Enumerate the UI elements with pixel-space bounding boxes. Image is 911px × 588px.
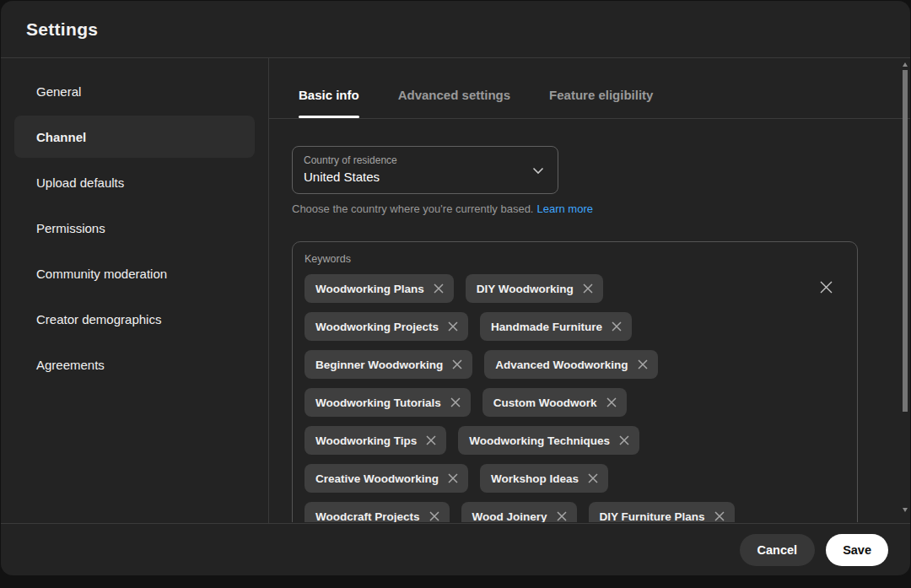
dialog-body: GeneralChannelUpload defaultsPermissions… <box>1 58 910 523</box>
sidebar-item-channel[interactable]: Channel <box>14 116 255 158</box>
remove-keyword-icon[interactable] <box>582 283 594 294</box>
remove-keyword-icon[interactable] <box>429 510 440 522</box>
sidebar-item-permissions[interactable]: Permissions <box>1 205 268 251</box>
keyword-chip-woodworking-plans[interactable]: Woodworking Plans <box>305 274 454 303</box>
keyword-chip-wood-joinery[interactable]: Wood Joinery <box>461 502 577 522</box>
tab-bar: Basic infoAdvanced settingsFeature eligi… <box>269 58 910 119</box>
keyword-chip-label: DIY Furniture Plans <box>600 510 705 523</box>
country-helper-text: Choose the country where you're currentl… <box>292 202 910 215</box>
remove-keyword-icon[interactable] <box>447 321 459 332</box>
remove-keyword-icon[interactable] <box>587 472 599 484</box>
dialog-header: Settings <box>1 1 910 58</box>
sidebar-item-agreements[interactable]: Agreements <box>1 342 268 387</box>
scrollable-panel[interactable]: Country of residence United States Choos… <box>269 119 910 522</box>
keyword-chip-custom-woodwork[interactable]: Custom Woodwork <box>482 388 627 417</box>
settings-dialog: Settings GeneralChannelUpload defaultsPe… <box>1 1 910 575</box>
keyword-chip-label: Custom Woodwork <box>493 396 597 409</box>
keyword-chip-label: Beginner Woodworking <box>315 359 443 371</box>
remove-keyword-icon[interactable] <box>714 510 725 522</box>
keyword-chip-label: Creative Woodworking <box>315 472 439 485</box>
scrollbar-down-icon[interactable] <box>903 508 908 512</box>
remove-keyword-icon[interactable] <box>618 434 630 446</box>
keyword-chip-row: Beginner WoodworkingAdvanced Woodworking <box>305 350 845 379</box>
keyword-chip-label: Handmade Furniture <box>491 321 602 333</box>
remove-keyword-icon[interactable] <box>447 472 459 484</box>
keyword-chip-row: Woodworking TutorialsCustom Woodwork <box>305 388 845 417</box>
cancel-button[interactable]: Cancel <box>740 534 816 566</box>
keyword-chip-label: Woodworking Tutorials <box>315 396 441 409</box>
tab-basic-info[interactable]: Basic info <box>299 88 359 118</box>
keyword-chip-diy-woodworking[interactable]: DIY Woodworking <box>466 274 603 303</box>
keyword-chip-row: Woodworking TipsWoodworking Techniques <box>305 426 845 455</box>
settings-content: Basic infoAdvanced settingsFeature eligi… <box>269 58 910 523</box>
sidebar-item-creator-demographics[interactable]: Creator demographics <box>1 296 268 342</box>
keyword-chip-diy-furniture-plans[interactable]: DIY Furniture Plans <box>589 502 735 522</box>
clear-keywords-icon[interactable] <box>818 279 834 295</box>
save-button[interactable]: Save <box>826 534 888 566</box>
remove-keyword-icon[interactable] <box>606 396 617 408</box>
tab-advanced-settings[interactable]: Advanced settings <box>398 88 510 118</box>
keyword-chip-label: DIY Woodworking <box>477 283 574 295</box>
country-select-label: Country of residence <box>304 154 547 166</box>
keyword-chip-list: Woodworking PlansDIY WoodworkingWoodwork… <box>305 274 845 522</box>
keyword-chip-label: Wood Joinery <box>472 510 547 523</box>
keyword-chip-woodworking-tutorials[interactable]: Woodworking Tutorials <box>305 388 471 417</box>
keyword-chip-creative-woodworking[interactable]: Creative Woodworking <box>305 464 468 493</box>
keyword-chip-label: Workshop Ideas <box>491 472 579 485</box>
keyword-chip-label: Woodcraft Projects <box>315 510 420 523</box>
vertical-scrollbar[interactable] <box>902 60 908 523</box>
keyword-chip-beginner-woodworking[interactable]: Beginner Woodworking <box>305 350 472 379</box>
remove-keyword-icon[interactable] <box>611 321 623 332</box>
keyword-chip-row: Creative WoodworkingWorkshop Ideas <box>305 464 845 493</box>
keywords-field[interactable]: Keywords Woodworking PlansDIY Woodworkin… <box>292 241 858 522</box>
keyword-chip-workshop-ideas[interactable]: Workshop Ideas <box>480 464 608 493</box>
remove-keyword-icon[interactable] <box>637 359 649 370</box>
settings-sidebar: GeneralChannelUpload defaultsPermissions… <box>1 58 269 523</box>
keyword-chip-label: Woodworking Tips <box>315 434 417 447</box>
sidebar-item-community-moderation[interactable]: Community moderation <box>1 251 268 296</box>
remove-keyword-icon[interactable] <box>433 283 445 294</box>
keyword-chip-label: Advanced Woodworking <box>495 359 628 371</box>
keyword-chip-woodworking-projects[interactable]: Woodworking Projects <box>305 312 468 341</box>
sidebar-item-upload-defaults[interactable]: Upload defaults <box>1 159 268 205</box>
scrollbar-thumb[interactable] <box>903 70 908 412</box>
keyword-chip-advanced-woodworking[interactable]: Advanced Woodworking <box>484 350 657 379</box>
keyword-chip-row: Woodworking PlansDIY Woodworking <box>305 274 845 303</box>
country-of-residence-select[interactable]: Country of residence United States <box>292 146 558 194</box>
keyword-chip-label: Woodworking Techniques <box>469 434 610 447</box>
keyword-chip-label: Woodworking Plans <box>315 283 424 295</box>
keyword-chip-row: Woodworking ProjectsHandmade Furniture <box>305 312 845 341</box>
keyword-chip-handmade-furniture[interactable]: Handmade Furniture <box>480 312 632 341</box>
keywords-label: Keywords <box>305 253 845 265</box>
keyword-chip-woodworking-tips[interactable]: Woodworking Tips <box>305 426 446 455</box>
remove-keyword-icon[interactable] <box>451 359 463 370</box>
page-title: Settings <box>26 19 98 40</box>
sidebar-item-general[interactable]: General <box>1 68 268 114</box>
keyword-chip-label: Woodworking Projects <box>315 321 439 333</box>
chevron-down-icon <box>531 164 545 181</box>
dialog-footer: Cancel Save <box>1 523 910 575</box>
keyword-chip-woodcraft-projects[interactable]: Woodcraft Projects <box>305 502 450 522</box>
keyword-chip-woodworking-techniques[interactable]: Woodworking Techniques <box>458 426 639 455</box>
tab-feature-eligibility[interactable]: Feature eligibility <box>549 88 653 118</box>
remove-keyword-icon[interactable] <box>556 510 568 522</box>
remove-keyword-icon[interactable] <box>450 396 461 408</box>
country-select-value: United States <box>304 170 547 184</box>
scrollbar-up-icon[interactable] <box>903 62 908 67</box>
keyword-chip-row: Woodcraft ProjectsWood JoineryDIY Furnit… <box>305 502 845 522</box>
remove-keyword-icon[interactable] <box>425 434 437 446</box>
learn-more-link[interactable]: Learn more <box>536 202 592 215</box>
